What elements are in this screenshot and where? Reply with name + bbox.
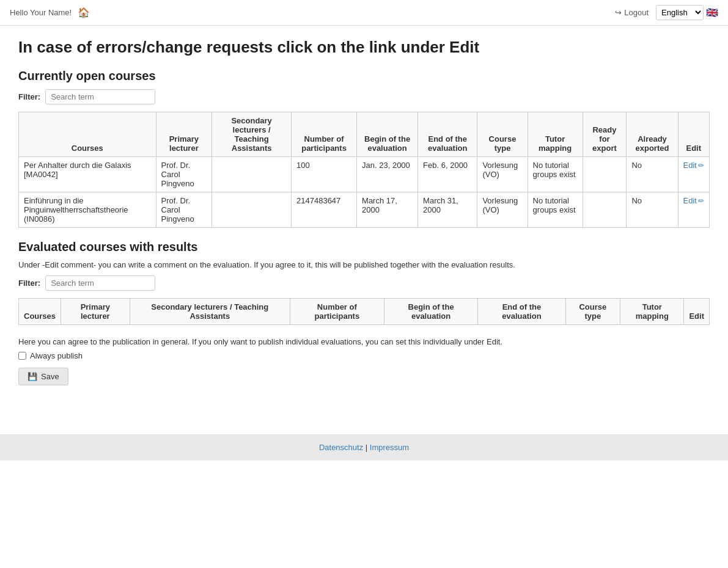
main-content: In case of errors/change requests click … [0, 26, 728, 410]
footer-separator: | [366, 443, 370, 452]
cell-secondary-lecturers [212, 192, 292, 228]
flag-icon: 🇬🇧 [706, 7, 718, 18]
open-courses-body: Per Anhalter durch die Galaxis [MA0042] … [19, 157, 710, 228]
publish-section: Here you can agree to the publication in… [18, 337, 710, 385]
cell-num-participants: 100 [292, 157, 357, 192]
cell-end-eval: Feb. 6, 2000 [418, 157, 477, 192]
cell-already-exported: No [627, 157, 678, 192]
edit-icon: ✏ [698, 197, 704, 205]
cell-tutor-mapping: No tutorial groups exist [528, 192, 583, 228]
cell-begin-eval: March 17, 2000 [357, 192, 418, 228]
cell-primary-lecturer: Prof. Dr. Carol Pingveno [156, 192, 212, 228]
cell-edit[interactable]: Edit ✏ [678, 157, 709, 192]
edit-link[interactable]: Edit ✏ [683, 196, 704, 205]
evaluated-courses-section: Evaluated courses with results Under -Ed… [18, 240, 710, 325]
col-secondary-lecturers: Secondary lecturers / Teaching Assistant… [212, 112, 292, 157]
logout-button[interactable]: ↪ Logout [615, 8, 649, 17]
col-tutor-mapping: Tutor mapping [528, 112, 583, 157]
impressum-link[interactable]: Impressum [370, 443, 409, 452]
header-left: Hello Your Name! 🏠 [10, 7, 90, 18]
col-ready-export: Ready for export [583, 112, 627, 157]
eval-col-primary-lecturer: Primary lecturer [61, 299, 130, 325]
home-icon[interactable]: 🏠 [78, 7, 90, 18]
eval-courses-filter-row: Filter: [18, 275, 710, 291]
table-row: Einführung in die Pinguinweltherrschafts… [19, 192, 710, 228]
table-row: Per Anhalter durch die Galaxis [MA0042] … [19, 157, 710, 192]
cell-secondary-lecturers [212, 157, 292, 192]
save-button[interactable]: 💾 Save [18, 368, 68, 385]
open-courses-header-row: Courses Primary lecturer Secondary lectu… [19, 112, 710, 157]
cell-courses: Per Anhalter durch die Galaxis [MA0042] [19, 157, 156, 192]
open-courses-filter-label: Filter: [18, 92, 40, 101]
eval-col-num-participants: Number of participants [290, 299, 384, 325]
eval-courses-filter-label: Filter: [18, 279, 40, 288]
col-end-eval: End of the evaluation [418, 112, 477, 157]
cell-edit[interactable]: Edit ✏ [678, 192, 709, 228]
cell-course-type: Vorlesung (VO) [477, 157, 528, 192]
header-right: ↪ Logout English Deutsch 🇬🇧 [615, 5, 718, 20]
open-courses-section: Currently open courses Filter: Courses P… [18, 69, 710, 228]
cell-ready-export [583, 157, 627, 192]
cell-courses: Einführung in die Pinguinweltherrschafts… [19, 192, 156, 228]
always-publish-checkbox[interactable] [18, 352, 26, 360]
eval-courses-table: Courses Primary lecturer Secondary lectu… [18, 298, 710, 325]
col-courses: Courses [19, 112, 156, 157]
open-courses-filter-row: Filter: [18, 89, 710, 104]
cell-already-exported: No [627, 192, 678, 228]
evaluated-courses-title: Evaluated courses with results [18, 240, 710, 254]
eval-description: Under -Edit comment- you can write a com… [18, 260, 710, 269]
eval-col-secondary-lecturers: Secondary lecturers / Teaching Assistant… [130, 299, 290, 325]
eval-courses-header-row: Courses Primary lecturer Secondary lectu… [19, 299, 710, 325]
eval-col-course-type: Course type [565, 299, 620, 325]
cell-tutor-mapping: No tutorial groups exist [528, 157, 583, 192]
language-selector[interactable]: English Deutsch 🇬🇧 [656, 5, 718, 20]
datenschutz-link[interactable]: Datenschutz [319, 443, 363, 452]
edit-link[interactable]: Edit ✏ [683, 161, 704, 170]
eval-col-courses: Courses [19, 299, 61, 325]
user-greeting: Hello Your Name! [10, 8, 72, 17]
page-title: In case of errors/change requests click … [18, 38, 710, 57]
eval-col-begin-eval: Begin of the evaluation [384, 299, 478, 325]
open-courses-title: Currently open courses [18, 69, 710, 83]
cell-begin-eval: Jan. 23, 2000 [357, 157, 418, 192]
publish-text: Here you can agree to the publication in… [18, 337, 710, 346]
open-courses-search-input[interactable] [45, 89, 155, 104]
save-icon: 💾 [28, 372, 37, 381]
always-publish-row: Always publish [18, 351, 710, 360]
cell-course-type: Vorlesung (VO) [477, 192, 528, 228]
always-publish-label: Always publish [30, 351, 83, 360]
open-courses-table: Courses Primary lecturer Secondary lectu… [18, 112, 710, 228]
cell-primary-lecturer: Prof. Dr. Carol Pingveno [156, 157, 212, 192]
eval-col-end-eval: End of the evaluation [478, 299, 565, 325]
col-edit: Edit [678, 112, 709, 157]
cell-ready-export [583, 192, 627, 228]
header: Hello Your Name! 🏠 ↪ Logout English Deut… [0, 0, 728, 26]
edit-icon: ✏ [698, 161, 704, 170]
logout-icon: ↪ [615, 8, 622, 17]
cell-end-eval: March 31, 2000 [418, 192, 477, 228]
eval-col-tutor-mapping: Tutor mapping [620, 299, 684, 325]
footer: Datenschutz | Impressum [0, 434, 728, 461]
eval-courses-search-input[interactable] [45, 275, 155, 291]
language-dropdown[interactable]: English Deutsch [656, 5, 704, 20]
cell-num-participants: 2147483647 [292, 192, 357, 228]
col-already-exported: Already exported [627, 112, 678, 157]
save-label: Save [41, 372, 59, 381]
eval-col-edit: Edit [684, 299, 710, 325]
col-num-participants: Number of participants [292, 112, 357, 157]
col-primary-lecturer: Primary lecturer [156, 112, 212, 157]
col-course-type: Course type [477, 112, 528, 157]
col-begin-eval: Begin of the evaluation [357, 112, 418, 157]
